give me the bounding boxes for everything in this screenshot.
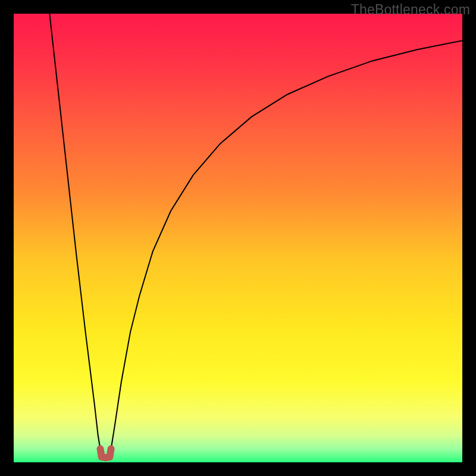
watermark-text: TheBottleneck.com [351, 2, 470, 18]
chart-background [14, 14, 462, 462]
chart-svg [14, 14, 462, 462]
chart-frame [14, 14, 462, 462]
